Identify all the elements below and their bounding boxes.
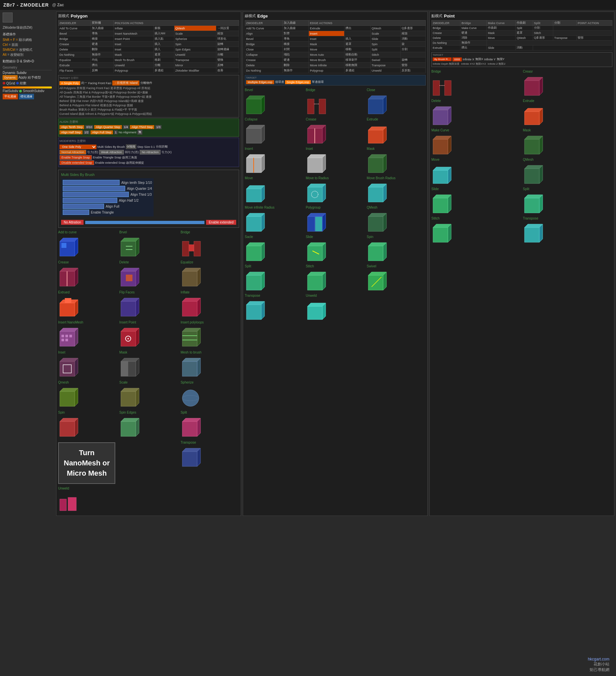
preview-cube-brvel bbox=[119, 235, 142, 258]
step-row-half: Align Half 1/2 bbox=[63, 198, 152, 203]
svg-marker-95 bbox=[261, 125, 265, 143]
edge-preview-move: Move bbox=[245, 176, 304, 204]
disable-snap-label: 啟用延伸捕捉 bbox=[126, 161, 144, 165]
preview-unweld-poly: Unweld bbox=[58, 487, 117, 514]
edge-label-split: Split bbox=[245, 264, 251, 268]
pt-bridge-header: Bridge bbox=[460, 20, 487, 26]
point-title-en: Point bbox=[444, 13, 455, 18]
svg-rect-87 bbox=[308, 99, 314, 114]
pt-cube-transpose bbox=[523, 221, 546, 244]
pt-label-creasr: Creasr bbox=[523, 70, 533, 73]
preview-cube-insertnano bbox=[58, 325, 81, 348]
step-row-third: Align Third 1/3 bbox=[63, 192, 152, 197]
mod-select-1[interactable]: One Side Poly Multi Sides By Brush bbox=[59, 145, 96, 149]
pt-label-mask: Mask bbox=[523, 128, 531, 132]
dynamic-button[interactable]: Dynamic bbox=[3, 75, 17, 80]
notice-text: TurnNanoMesh orMicro Mesh bbox=[64, 448, 110, 478]
svg-marker-109 bbox=[322, 155, 326, 173]
edge-label-transpose: Transpose bbox=[245, 294, 260, 297]
step-row-quarter: Align Quarter 1/4 bbox=[63, 186, 152, 191]
edge-label-extrude: Extrude bbox=[367, 117, 378, 121]
svg-rect-84 bbox=[246, 99, 261, 114]
preview-cube-transpose-poly bbox=[181, 445, 204, 468]
disable-snap-btn[interactable]: Disable extended Snap bbox=[59, 160, 94, 165]
normal-attract-btn[interactable]: Normal Attraction bbox=[59, 150, 86, 155]
edge-row-close: Close 封閉 Move 移動 Split 分割 bbox=[245, 47, 426, 52]
tool-name: ZModeler筆刷(BZM) bbox=[3, 25, 52, 30]
edge-cube-close bbox=[367, 93, 390, 116]
edge-preview-swivel: Swivel bbox=[367, 264, 426, 292]
pt-cube-creasr bbox=[523, 74, 546, 97]
edge-preview-qmesh: QMesh bbox=[367, 206, 426, 233]
edge-row-donothing: Do Nothing 無操作 Polygroup 多邊組 Unweld 反折點 bbox=[245, 68, 426, 73]
preview-cube-unweld-poly bbox=[58, 491, 81, 514]
svg-rect-143 bbox=[246, 275, 261, 290]
svg-rect-126 bbox=[308, 217, 315, 231]
action-row-crease: Crease 硬邊 Inset 插入 Spin 旋轉 bbox=[58, 42, 239, 47]
no-attract-btn[interactable]: No Attraction bbox=[140, 150, 161, 155]
pt-label-slide: Slide bbox=[431, 187, 439, 191]
pt-label-move: Move bbox=[431, 158, 439, 161]
svg-rect-140 bbox=[368, 246, 383, 261]
align-half-btn[interactable]: Align Half Step bbox=[59, 130, 83, 134]
preview-cube-meshtobrush bbox=[181, 355, 204, 378]
edge-cube-stitch bbox=[306, 269, 329, 292]
preview-label-bridge: Bridge bbox=[181, 230, 190, 234]
flatten-button[interactable]: 平化邊緣 bbox=[3, 94, 18, 99]
edge-preview-slide: Slide bbox=[306, 235, 365, 263]
preview-mask: Mask bbox=[119, 350, 178, 378]
align-full-btn[interactable]: Align Full Step bbox=[91, 130, 113, 134]
svg-rect-180 bbox=[524, 169, 540, 183]
enable-tri-cn: Enable Triangle Snap bbox=[93, 156, 121, 159]
pt-preview-extrude: Extrude bbox=[523, 99, 612, 126]
svg-point-45 bbox=[127, 338, 129, 339]
svg-rect-160 bbox=[445, 80, 451, 95]
edge-label-crease: Crease bbox=[306, 117, 316, 121]
smooth-button[interactable]: 標化邊緣 bbox=[19, 94, 34, 99]
edge-label-close: Close bbox=[367, 88, 375, 92]
pt-label-extrude: Extrude bbox=[523, 99, 534, 103]
app-title: ZBr7 - ZMODELER bbox=[3, 2, 49, 8]
align-third-btn[interactable]: Align Third Step bbox=[130, 125, 154, 129]
align-tenth-btn[interactable]: Align Tenth Step bbox=[59, 125, 84, 129]
edge-preview-inset: Inset bbox=[306, 147, 365, 174]
target-bybrush[interactable]: By Brush R... bbox=[433, 57, 452, 61]
pt-actions-main-header: POINT ACTION bbox=[577, 20, 612, 26]
svg-rect-127 bbox=[315, 217, 322, 231]
svg-marker-125 bbox=[261, 213, 265, 231]
target-single-poly[interactable]: A Single Poly bbox=[59, 81, 80, 85]
svg-marker-142 bbox=[383, 243, 387, 261]
pt-label-stitch: Stitch bbox=[431, 217, 440, 220]
action-row-extrude: Extrude 擠出 Unweld 分離 Mirror 反轉 bbox=[58, 63, 239, 68]
target-single-edgeloop[interactable]: Single EdgeLoop bbox=[285, 80, 311, 84]
target-multiple-edgeloop[interactable]: Multiple EdgeLoop bbox=[246, 80, 274, 84]
target-island[interactable]: →目視所有 Island bbox=[112, 80, 139, 86]
svg-marker-43 bbox=[136, 328, 139, 346]
qgrid-row: QGrid 紋數 bbox=[3, 81, 52, 86]
svg-rect-40 bbox=[65, 339, 68, 341]
svg-marker-155 bbox=[261, 301, 265, 320]
action-row-delete: Delete 刪除 Inset 插入 Spin Edges 旋轉邊緣 bbox=[58, 47, 239, 52]
attraction-row: No Attration Enable extended bbox=[61, 220, 236, 225]
fs-dot bbox=[19, 90, 22, 93]
point-target-label: TARGET bbox=[433, 53, 611, 56]
preview-flipfaces: Flip Faces bbox=[119, 290, 178, 318]
preview-bridge: Bridge bbox=[181, 230, 239, 258]
edge-preview-bevel: Bevel bbox=[245, 88, 304, 116]
svg-rect-174 bbox=[524, 139, 540, 154]
edge-cube-collapse bbox=[245, 122, 268, 145]
step-label-quarter: Align Quarter 1/4 bbox=[127, 187, 152, 190]
svg-rect-26 bbox=[65, 298, 71, 303]
pt-preview-creasr: Creasr bbox=[523, 70, 612, 97]
svg-marker-18 bbox=[136, 268, 139, 286]
edge-cube-movebrushradius bbox=[367, 180, 390, 204]
enable-triangle-btn[interactable]: Enable Triangle Snap bbox=[59, 155, 92, 160]
action-row-bevel: Bevel 導角 Insert NanoMesh 插入NM Scale 縮放 bbox=[58, 31, 239, 36]
edge-preview-moveinfinite: Move infinite Radius bbox=[245, 206, 304, 233]
weak-attract-btn[interactable]: Weak Attraction bbox=[99, 150, 124, 155]
preview-cube-spherize bbox=[181, 385, 204, 408]
align-quarter-btn[interactable]: Align Quarter Step bbox=[94, 125, 122, 129]
svg-rect-110 bbox=[368, 158, 383, 173]
step-label-triangle: Enable Triangle bbox=[91, 211, 114, 214]
preview-cube-flipfaces bbox=[119, 295, 142, 318]
